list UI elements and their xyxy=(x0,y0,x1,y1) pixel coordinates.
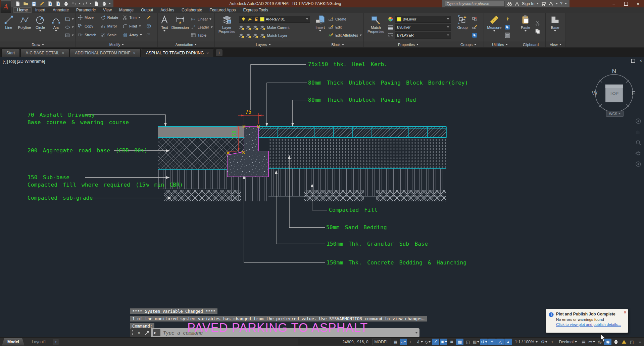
view-control[interactable]: [Top] xyxy=(7,59,16,64)
annotation-autoscale-toggle[interactable]: ▲ xyxy=(504,339,512,345)
edit-block-button[interactable]: Edit xyxy=(328,24,362,31)
save-as-button[interactable] xyxy=(38,1,45,7)
granular-sub-base-layer[interactable] xyxy=(268,168,446,196)
new-layout-button[interactable]: + xyxy=(53,339,59,345)
rotate-button[interactable]: Rotate xyxy=(100,14,118,21)
fill-under-kerb-hatch[interactable] xyxy=(227,177,268,201)
layout1-tab[interactable]: Layout1 xyxy=(27,338,52,346)
arc-button[interactable]: Arc xyxy=(49,13,63,41)
workspace-switching-button[interactable]: ⚙ xyxy=(541,339,548,345)
text-button[interactable]: Text xyxy=(159,13,170,41)
tab-featured-apps[interactable]: Featured Apps xyxy=(206,7,239,13)
open-from-web-button[interactable] xyxy=(46,1,53,7)
help-dropdown[interactable] xyxy=(565,3,567,4)
measure-button[interactable]: Measure xyxy=(486,13,503,41)
sysvar-monitor-tray-button[interactable] xyxy=(620,339,628,345)
quick-calculator-button[interactable] xyxy=(505,32,510,39)
fillet-button[interactable]: Fillet xyxy=(122,23,142,30)
tab-parametric[interactable]: Parametric xyxy=(72,7,99,13)
model-tab[interactable]: Model xyxy=(2,338,24,346)
dynamic-ucs-toggle[interactable]: ↺ xyxy=(480,339,488,345)
annotation-asphalt-line1[interactable]: 70 Asphalt Driveway xyxy=(28,112,95,118)
move-button[interactable]: Move xyxy=(78,14,96,21)
drawing-minimize-button[interactable]: – xyxy=(624,58,627,63)
layers-panel-expander[interactable]: Layers xyxy=(215,42,312,47)
color-wheel-icon[interactable] xyxy=(388,16,393,22)
tab-insert[interactable]: Insert xyxy=(32,7,49,13)
viewport-menu-control[interactable]: [-] xyxy=(3,59,6,64)
layer-color-swatch[interactable] xyxy=(260,17,264,21)
snap-mode-toggle[interactable]: ∷ xyxy=(400,339,407,345)
dynamic-input-toggle[interactable]: ⌖ xyxy=(488,339,496,345)
viewcube-east[interactable]: E xyxy=(632,90,635,97)
wcs-selector[interactable]: WCS xyxy=(606,111,624,117)
annotation-subbase-line2[interactable]: Compacted fill where required (15% min C… xyxy=(28,182,183,188)
rectangle-button[interactable] xyxy=(65,16,74,22)
visual-style-control[interactable]: [2D Wireframe] xyxy=(17,59,45,64)
dim-150-text[interactable]: 150 xyxy=(232,131,238,140)
search-icon[interactable] xyxy=(507,1,512,6)
view-panel-expander[interactable]: View xyxy=(546,42,565,47)
command-customize-icon[interactable] xyxy=(143,328,151,337)
properties-palette-button[interactable]: ▤ xyxy=(580,339,587,345)
layer-on-icon[interactable] xyxy=(241,17,246,22)
paste-button[interactable]: Paste xyxy=(518,13,533,41)
leader-button[interactable]: Leader xyxy=(191,24,213,31)
select-objects-button[interactable] xyxy=(505,24,510,31)
modify-panel-expander[interactable]: Modify xyxy=(76,42,157,47)
orbit-icon[interactable] xyxy=(635,150,641,156)
create-block-button[interactable]: Create xyxy=(328,16,362,22)
viewcube[interactable]: N W E S TOP xyxy=(591,67,637,117)
annotation-visibility-toggle[interactable]: △ xyxy=(496,339,504,345)
recent-commands-button[interactable]: > xyxy=(153,329,160,336)
properties-panel-expander[interactable]: Properties xyxy=(364,42,453,47)
annotation-sand-bedding[interactable]: 50mm Sand Bedding xyxy=(326,224,387,231)
linetype-icon[interactable] xyxy=(388,33,393,38)
cut-button[interactable] xyxy=(535,20,540,27)
layer-dropdown[interactable]: AR-REV 01 xyxy=(239,16,310,23)
tab-view[interactable]: View xyxy=(99,7,115,13)
sheet-set-button[interactable] xyxy=(93,1,100,7)
copy-clip-button[interactable] xyxy=(535,28,540,35)
ortho-mode-toggle[interactable]: ∟ xyxy=(408,339,415,345)
lineweight-icon[interactable] xyxy=(388,24,393,30)
ellipse-button[interactable] xyxy=(65,24,74,31)
isometric-drafting-toggle[interactable]: ◇ xyxy=(424,339,431,345)
file-tab-start[interactable]: Start xyxy=(1,48,20,57)
overlay-title-text[interactable]: PAVED PARKING TO ASPHALT xyxy=(187,321,368,335)
help-button[interactable]: ? xyxy=(560,1,562,6)
trim-button[interactable]: Trim xyxy=(122,14,142,21)
line-button[interactable]: Line xyxy=(2,13,16,41)
command-close-button[interactable]: × xyxy=(135,328,143,337)
pan-icon[interactable] xyxy=(635,129,641,135)
polyline-button[interactable]: Polyline xyxy=(17,13,32,41)
new-drawing-button[interactable] xyxy=(14,1,21,7)
erase-button[interactable] xyxy=(146,14,151,21)
notification-close-button[interactable]: × xyxy=(624,310,626,315)
sign-in-dropdown[interactable] xyxy=(537,3,539,4)
plot-notification-bubble[interactable]: Plot and Publish Job Complete No errors … xyxy=(546,309,628,333)
linear-dimension-button[interactable]: Linear xyxy=(191,16,213,22)
base-view-button[interactable]: Base xyxy=(547,13,563,41)
cad-drawing[interactable]: 75 150 xyxy=(0,57,644,337)
linetype-dropdown[interactable]: BYLAYER xyxy=(395,32,451,39)
asphalt-layer[interactable] xyxy=(158,127,244,138)
circle-button[interactable]: Circle xyxy=(33,13,47,41)
annotation-aggregate[interactable]: 200 Aggregate road base (CBR 80%) xyxy=(28,147,148,154)
drawing-close-button[interactable]: × xyxy=(640,58,642,63)
table-button[interactable]: Table xyxy=(191,32,213,39)
isolate-objects-button[interactable]: + xyxy=(549,339,556,345)
group-edit-button[interactable] xyxy=(472,24,477,31)
clean-screen-button[interactable]: ◳ xyxy=(628,339,636,345)
lineweight-dropdown[interactable]: ByLayer xyxy=(395,24,451,31)
showmotion-icon[interactable] xyxy=(635,161,641,167)
block-panel-expander[interactable]: Block xyxy=(312,42,363,47)
customization-button[interactable]: ≡ xyxy=(636,339,644,345)
new-tab-button[interactable]: + xyxy=(216,49,222,56)
make-current-button[interactable]: Make Current xyxy=(239,24,310,31)
object-snap-toggle[interactable]: ▣ xyxy=(440,339,447,345)
autodesk-dropdown[interactable] xyxy=(556,3,558,4)
drawing-canvas[interactable]: [-] [Top] [2D Wireframe] – × xyxy=(0,57,644,337)
match-layer-button[interactable]: Match Layer xyxy=(239,32,310,39)
tab-home[interactable]: Home xyxy=(13,7,32,13)
